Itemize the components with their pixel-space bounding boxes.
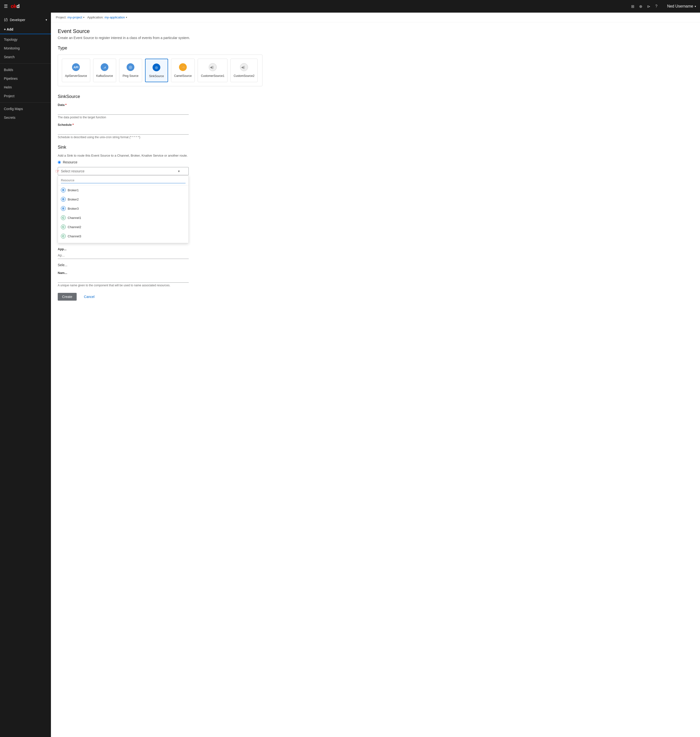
create-button[interactable]: Create xyxy=(58,293,76,301)
dropdown-item-label: Channel2 xyxy=(68,225,81,229)
sink-heading: Sink xyxy=(58,145,262,150)
name-input[interactable] xyxy=(58,276,189,283)
type-cards-container: API ApiServerSource ⎇ KafkaSource xyxy=(58,54,262,86)
camel-icon: 🐪 xyxy=(178,63,187,72)
sidebar-item-secrets[interactable]: Secrets xyxy=(0,113,51,122)
content-area: Project: my-project ▾ Application: my-ap… xyxy=(51,13,700,737)
perspective-chevron-icon: ▾ xyxy=(46,18,47,22)
schedule-required-star: * xyxy=(72,123,74,126)
svg-text:⎇: ⎇ xyxy=(103,66,106,69)
breadcrumb-project-value: my-project xyxy=(68,16,82,19)
type-card-label: ApiServerSource xyxy=(65,74,87,78)
api-icon: API xyxy=(72,63,80,72)
sidebar-item-project[interactable]: Project xyxy=(0,92,51,100)
type-card-apiserversource[interactable]: API ApiServerSource xyxy=(62,59,90,82)
sidebar: ⟨/⟩ Developer ▾ + Add Topology Monitorin… xyxy=(0,13,51,737)
dropdown-item-broker2[interactable]: B Broker2 xyxy=(58,195,188,204)
user-menu[interactable]: Ned Username ▾ xyxy=(667,4,696,9)
cancel-button[interactable]: Cancel xyxy=(79,293,99,301)
broker-badge-1: B xyxy=(61,188,66,192)
broker-badge-3: B xyxy=(61,206,66,211)
type-card-camelsource[interactable]: 🐪 CamelSource xyxy=(171,59,195,82)
type-card-label: Ping Source xyxy=(123,74,138,78)
select-arrow-icon: ▾ xyxy=(178,169,180,173)
dropdown-search-container xyxy=(58,176,188,185)
sidebar-item-helm[interactable]: Helm xyxy=(0,83,51,92)
svg-text:◀): ◀) xyxy=(210,65,214,69)
sidebar-item-config-maps[interactable]: Config Maps xyxy=(0,104,51,113)
sidebar-item-monitoring[interactable]: Monitoring xyxy=(0,44,51,53)
select-partial-field: Sele... xyxy=(58,263,262,267)
app-input[interactable] xyxy=(58,252,189,259)
resource-radio-text: Resource xyxy=(63,160,77,164)
breadcrumb-project[interactable]: Project: my-project ▾ xyxy=(56,16,84,19)
dropdown-item-channel1[interactable]: C Channel1 xyxy=(58,213,188,222)
resource-select-container: ☞ Select resource ▾ B Broker1 xyxy=(58,167,189,175)
page-title: Event Source xyxy=(58,28,262,34)
page-content: Event Source Create an Event Source to r… xyxy=(51,22,269,307)
dropdown-item-broker3[interactable]: B Broker3 xyxy=(58,204,188,213)
type-card-pingsource[interactable]: ◎ Ping Source xyxy=(119,59,142,82)
svg-text:◎: ◎ xyxy=(129,65,132,69)
dropdown-item-label: Channel1 xyxy=(68,216,81,220)
data-input[interactable] xyxy=(58,108,189,115)
sink-icon: ◎ xyxy=(152,63,161,72)
resource-select[interactable]: Select resource ▾ xyxy=(58,167,189,175)
dropdown-item-label: Broker1 xyxy=(68,188,79,192)
help-icon[interactable]: ? xyxy=(655,4,657,9)
type-card-customersource1[interactable]: ◀) CustomerSource1 xyxy=(198,59,228,82)
perspective-switcher[interactable]: ⟨/⟩ Developer ▾ xyxy=(0,15,51,25)
dropdown-item-channel2[interactable]: C Channel2 xyxy=(58,222,188,232)
dropdown-item-knative1[interactable]: KSVC Knative1 xyxy=(58,241,188,243)
data-field: Data * The data posted to the target fun… xyxy=(58,103,262,119)
plus-icon[interactable]: ⊕ xyxy=(639,4,642,9)
hamburger-menu[interactable]: ☰ xyxy=(4,4,8,9)
sink-description: Add a Sink to route this Event Source to… xyxy=(58,154,262,157)
sink-section: Sink Add a Sink to route this Event Sour… xyxy=(58,145,262,232)
sidebar-divider-2 xyxy=(0,102,51,103)
perspective-label: Developer xyxy=(10,18,25,22)
resource-radio[interactable] xyxy=(58,161,61,164)
dropdown-search-input[interactable] xyxy=(61,178,185,183)
breadcrumb-application-value: my-application xyxy=(104,16,125,19)
sidebar-item-pipelines[interactable]: Pipelines xyxy=(0,74,51,83)
app-logo[interactable]: okd xyxy=(11,3,19,9)
data-required-star: * xyxy=(65,103,66,107)
data-label: Data * xyxy=(58,103,262,107)
app-field: App... xyxy=(58,247,262,259)
type-card-customsource2[interactable]: ◀) CustomSource2 xyxy=(231,59,257,82)
top-navigation: ☰ okd ⊞ ⊕ ⊳ ? Ned Username ▾ xyxy=(0,0,700,13)
broker-badge-2: B xyxy=(61,197,66,202)
user-chevron-icon: ▾ xyxy=(695,5,696,8)
channel-badge-2: C xyxy=(61,225,66,229)
sidebar-item-search[interactable]: Search xyxy=(0,53,51,61)
name-label: Nam... xyxy=(58,271,262,275)
type-card-label: CamelSource xyxy=(174,74,192,78)
select-placeholder: Select resource xyxy=(61,169,84,173)
terminal-icon[interactable]: ⊳ xyxy=(647,4,650,9)
resource-radio-label[interactable]: Resource xyxy=(58,160,262,164)
dropdown-item-label: Broker3 xyxy=(68,207,79,210)
svg-text:◎: ◎ xyxy=(155,66,158,69)
data-hint: The data posted to the target function xyxy=(58,116,262,119)
schedule-input[interactable] xyxy=(58,128,189,135)
grid-icon[interactable]: ⊞ xyxy=(631,4,634,9)
type-card-sinksource[interactable]: ◎ SinkSource xyxy=(145,59,168,82)
dropdown-item-broker1[interactable]: B Broker1 xyxy=(58,185,188,195)
type-card-kafkasource[interactable]: ⎇ KafkaSource xyxy=(93,59,116,82)
breadcrumb-application[interactable]: Application: my-application ▾ xyxy=(87,16,127,19)
name-hint: A unique name given to the component tha… xyxy=(58,283,262,287)
sidebar-item-builds[interactable]: Builds xyxy=(0,66,51,74)
dropdown-item-channel3[interactable]: C Channel3 xyxy=(58,232,188,241)
breadcrumb-application-chevron: ▾ xyxy=(126,16,127,19)
select-partial-text: Sele... xyxy=(58,263,68,267)
schedule-field: Schedule * Schedule is described using t… xyxy=(58,123,262,139)
channel-badge-1: C xyxy=(61,215,66,220)
type-card-label: KafkaSource xyxy=(96,74,113,78)
nav-icons: ⊞ ⊕ ⊳ ? Ned Username ▾ xyxy=(631,4,696,9)
sidebar-item-topology[interactable]: Topology xyxy=(0,35,51,44)
action-buttons: Create Cancel xyxy=(58,293,262,301)
schedule-label: Schedule * xyxy=(58,123,262,126)
resource-dropdown-menu: B Broker1 B Broker2 B Broker3 xyxy=(58,175,189,243)
sidebar-item-add[interactable]: + Add xyxy=(0,25,51,34)
